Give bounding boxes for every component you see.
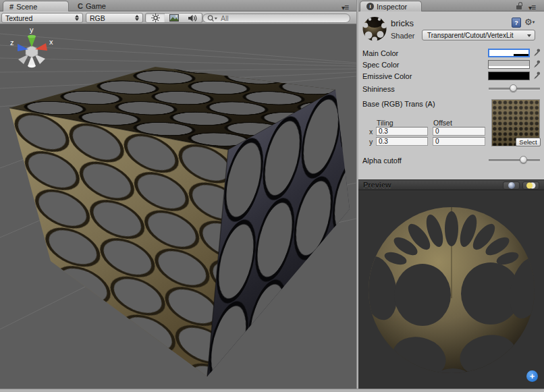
search-input[interactable] — [219, 13, 346, 23]
emissive-color-swatch[interactable] — [488, 72, 530, 80]
scene-audio-toggle[interactable] — [183, 13, 202, 23]
scene-skybox-toggle[interactable] — [165, 13, 184, 23]
scene-search[interactable] — [202, 13, 350, 23]
tiling-header: Tiling — [377, 119, 393, 127]
menu-lines-icon: ≡ — [344, 3, 348, 12]
offset-header: Offset — [433, 119, 452, 127]
slider-track — [489, 159, 540, 162]
offset-y-input[interactable] — [433, 137, 485, 146]
main-color-eyedropper-icon[interactable] — [533, 48, 541, 57]
window-bottom-edge — [0, 389, 544, 392]
scene-cube — [9, 67, 350, 376]
info-icon: i — [366, 3, 374, 10]
game-controller-icon: C — [78, 2, 83, 10]
draw-mode-value: Textured — [5, 14, 32, 22]
draw-mode-dropdown[interactable]: Textured — [1, 13, 83, 23]
chevron-down-icon — [527, 34, 531, 37]
preview-mesh-button[interactable] — [503, 181, 520, 190]
tab-inspector-label: Inspector — [377, 3, 407, 11]
sun-icon — [151, 13, 160, 22]
tab-scene-label: Scene — [16, 3, 37, 11]
updown-arrows-icon — [135, 15, 139, 21]
gizmo-z-label: z — [10, 38, 14, 47]
gear-icon: ⚙ — [524, 17, 533, 27]
shader-dropdown[interactable]: Transparent/Cutout/VertexLit — [422, 30, 535, 40]
tiling-x-label: x — [369, 128, 373, 136]
slider-thumb[interactable] — [520, 156, 527, 163]
select-texture-button[interactable]: Select — [516, 138, 541, 146]
scene-orientation-gizmo[interactable]: y x z — [10, 26, 53, 67]
gizmo-y-label: y — [30, 26, 34, 34]
preview-title: Preview — [363, 181, 391, 189]
alpha-cutoff-label: Alpha cutoff — [362, 157, 402, 165]
alpha-bar — [489, 66, 529, 68]
tab-game-label: Game — [86, 2, 106, 10]
scene-viewport[interactable]: y x z — [0, 24, 356, 388]
scene-3d-view: y x z — [0, 24, 356, 388]
lighting-icon — [526, 181, 537, 190]
help-button[interactable]: ? — [512, 18, 521, 28]
search-icon — [207, 15, 217, 22]
tab-scene[interactable]: # Scene — [3, 1, 69, 11]
speaker-icon — [188, 14, 197, 22]
preview-header[interactable]: Preview — [358, 179, 544, 190]
preview-sphere — [358, 190, 544, 389]
image-icon — [169, 14, 179, 22]
lock-icon[interactable] — [516, 2, 524, 10]
menu-lines-icon: ≡ — [531, 3, 535, 12]
scene-lighting-toggle[interactable] — [145, 13, 165, 23]
spec-color-label: Spec Color — [362, 61, 399, 69]
render-mode-dropdown[interactable]: RGB — [86, 13, 143, 23]
inspector-tabbar: i Inspector ▾≡ — [358, 0, 544, 11]
shader-value: Transparent/Cutout/VertexLit — [427, 32, 513, 39]
tab-game[interactable]: C Game — [72, 1, 112, 11]
scene-tabbar: # Scene C Game ▾≡ — [0, 0, 356, 11]
tiling-y-input[interactable] — [376, 137, 428, 146]
render-mode-value: RGB — [90, 14, 105, 22]
caret-down-icon: ▾ — [533, 20, 535, 24]
main-color-swatch[interactable] — [488, 49, 530, 57]
scene-toolbar: Textured RGB — [0, 11, 356, 24]
spec-color-swatch[interactable] — [488, 60, 530, 69]
preview-area[interactable]: + — [358, 190, 544, 389]
updown-arrows-icon — [75, 15, 79, 21]
base-map-label: Base (RGB) Trans (A) — [362, 100, 435, 108]
scene-grid-icon: # — [9, 3, 13, 11]
preview-lighting-button[interactable] — [522, 181, 539, 190]
sphere-icon — [508, 181, 516, 190]
tab-inspector[interactable]: i Inspector — [360, 1, 422, 11]
add-button[interactable]: + — [526, 370, 538, 382]
material-preview-ball — [362, 16, 387, 42]
panel-divider[interactable] — [356, 0, 358, 392]
slider-thumb[interactable] — [510, 84, 517, 92]
spec-color-eyedropper-icon[interactable] — [533, 59, 541, 69]
shader-label: Shader — [391, 32, 414, 40]
material-name: bricks — [391, 18, 414, 28]
main-color-label: Main Color — [362, 49, 398, 57]
shininess-label: Shininess — [362, 85, 395, 93]
emissive-color-label: Emissive Color — [362, 72, 412, 80]
inspector-panel-menu[interactable]: ▾≡ — [528, 3, 535, 12]
shininess-slider[interactable] — [489, 84, 540, 92]
gear-menu-button[interactable]: ⚙▾ — [524, 17, 535, 27]
alpha-segment — [514, 54, 528, 56]
emissive-color-eyedropper-icon[interactable] — [533, 71, 541, 80]
question-icon: ? — [514, 20, 518, 26]
offset-x-input[interactable] — [433, 127, 485, 136]
tiling-y-label: y — [369, 138, 373, 146]
tiling-x-input[interactable] — [376, 127, 428, 136]
scene-panel-menu[interactable]: ▾≡ — [342, 3, 348, 12]
alpha-cutoff-slider[interactable] — [489, 156, 540, 164]
gizmo-x-label: x — [49, 38, 53, 46]
